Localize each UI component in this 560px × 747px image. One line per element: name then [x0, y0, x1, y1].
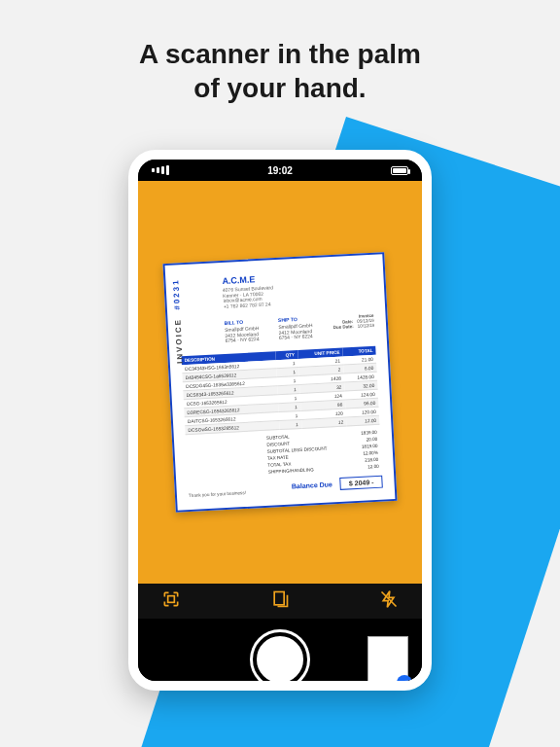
total-val: 1819.00 [362, 444, 378, 449]
cell: 12 [301, 417, 347, 428]
pages-icon[interactable] [270, 589, 290, 613]
total-val: 218.00 [365, 457, 378, 463]
shutter-button[interactable] [253, 632, 307, 687]
invoice-label: INVOICE #0231 [171, 278, 185, 364]
flash-off-icon[interactable] [379, 589, 399, 613]
ship-line: 6754 - NY 6224 [279, 333, 313, 340]
headline-line2: of your hand. [193, 73, 366, 103]
thanks-text: Thank you for your business! [189, 490, 246, 498]
headline: A scanner in the palm of your hand. [0, 0, 560, 105]
battery-icon [391, 166, 408, 175]
addr-line: +1 762 862 782 87 24 [224, 301, 271, 309]
parties-block: BILL TO Smallpdf GmbH 2412 Moonland 6754… [225, 313, 375, 344]
total-val: 20.00 [367, 437, 378, 443]
bill-to: BILL TO Smallpdf GmbH 2412 Moonland 6754… [225, 319, 261, 344]
scanner-toolbar [138, 584, 422, 619]
svg-rect-1 [274, 592, 284, 605]
auto-crop-icon[interactable] [161, 589, 181, 613]
headline-line1: A scanner in the palm [139, 39, 421, 69]
status-time: 19:02 [267, 165, 293, 176]
meta-val: 10/12/19 [357, 323, 374, 329]
invoice-number: #0231 [171, 278, 182, 310]
totals-block: SUBTOTAL1839.00DISCOUNT20.00SUBTOTAL LES… [263, 429, 382, 476]
total-val: 12.00 [368, 464, 379, 470]
total-val: 1839.00 [361, 430, 377, 436]
bill-line: 6754 - NY 6224 [226, 336, 260, 343]
balance-due: Balance Due $ 2049 - [292, 476, 383, 493]
scanned-document: INVOICE #0231 A.C.M.E 4076 Sunset Boulev… [162, 252, 397, 513]
cell: 12.00 [346, 415, 379, 426]
cell: 1 [279, 419, 301, 429]
phone-frame: 19:02 INVOICE #0231 A.C.M.E 4076 Sunset … [128, 150, 432, 691]
page-thumbnail[interactable] [368, 636, 408, 687]
ship-to: SHIP TO Smallpdf GmbH 2412 Moonland 6754… [278, 316, 314, 341]
meta-key: Due Date: [332, 324, 353, 330]
signal-icon [152, 165, 169, 175]
shutter-bar [138, 619, 422, 691]
line-items-table: DESCRIPTION QTY UNIT PRICE TOTAL DC34343… [181, 346, 379, 435]
invoice-meta: Invoice Date:05/12/19 Due Date:10/12/19 [332, 313, 375, 338]
svg-rect-0 [168, 596, 175, 603]
total-val: 12.00% [363, 450, 378, 456]
balance-amount: $ 2049 - [340, 476, 383, 490]
invoice-word: INVOICE [173, 318, 184, 364]
status-bar: 19:02 [138, 160, 422, 181]
balance-label: Balance Due [292, 480, 332, 489]
camera-viewfinder[interactable]: INVOICE #0231 A.C.M.E 4076 Sunset Boulev… [138, 181, 422, 584]
